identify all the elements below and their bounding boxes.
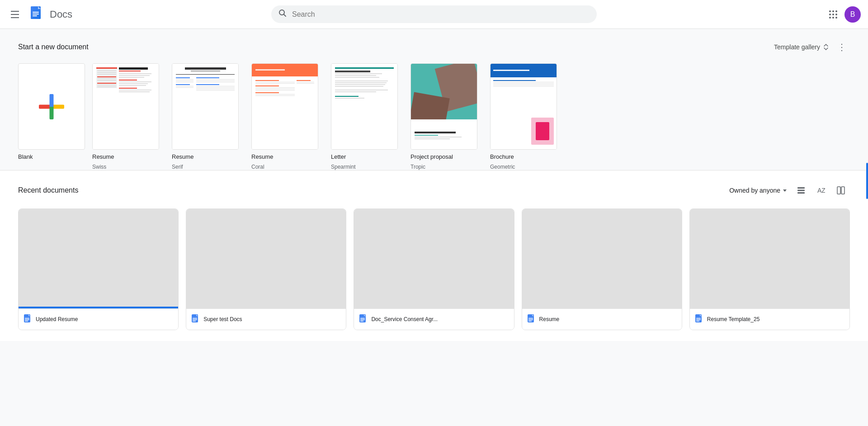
doc-item-4[interactable]: Resume Template_25 — [689, 208, 850, 330]
list-view-icon — [797, 186, 805, 194]
templates-section-header: Start a new document Template gallery ⋮ — [18, 40, 850, 54]
svg-rect-10 — [797, 192, 805, 194]
header-left: Docs — [7, 5, 107, 24]
doc-item-2[interactable]: Doc_Service Consent Agr... — [354, 208, 514, 330]
doc-name-4: Resume Template_25 — [707, 316, 844, 322]
template-swiss-sub: Swiss — [92, 164, 165, 170]
template-resume-coral[interactable]: Resume Coral — [251, 63, 324, 170]
view-controls: AZ — [792, 181, 850, 199]
doc-name-1: Super test Docs — [203, 316, 340, 322]
svg-rect-12 — [837, 187, 840, 194]
template-gallery-button[interactable]: Template gallery — [774, 43, 830, 51]
template-letter-spearmint[interactable]: Letter Spearmint — [331, 63, 403, 170]
template-coral-thumb — [251, 63, 318, 150]
doc-file-icon-2 — [359, 314, 368, 324]
doc-info-1: Super test Docs — [186, 308, 346, 330]
doc-item-0[interactable]: Updated Resume — [18, 208, 179, 330]
doc-thumb-2 — [354, 209, 514, 308]
list-view-button[interactable] — [792, 181, 810, 199]
template-geometric-thumb — [490, 63, 557, 150]
template-coral-name: Resume — [251, 153, 324, 160]
avatar[interactable]: B — [844, 6, 861, 23]
documents-grid: Updated Resume Super test Docs — [18, 208, 850, 330]
scrollbar-accent — [866, 163, 868, 199]
sort-button[interactable]: AZ — [812, 181, 830, 199]
template-geometric-sub: Geometric — [490, 164, 562, 170]
hamburger-menu-button[interactable] — [7, 7, 23, 22]
docs-logo-text: Docs — [50, 9, 72, 20]
header-right: B — [761, 6, 861, 23]
doc-file-icon-0 — [24, 314, 32, 324]
doc-thumb-1 — [186, 209, 346, 308]
apps-button[interactable] — [826, 7, 841, 22]
plus-icon — [39, 94, 64, 119]
svg-rect-37 — [696, 319, 701, 320]
header-search — [107, 5, 761, 23]
recent-controls: Owned by anyone AZ — [729, 181, 850, 199]
recent-section-title: Recent documents — [18, 186, 78, 194]
doc-name-0: Updated Resume — [36, 316, 173, 322]
doc-item-3[interactable]: Resume — [522, 208, 682, 330]
template-blank-thumb — [18, 63, 85, 150]
owned-by-button[interactable]: Owned by anyone — [729, 187, 787, 194]
svg-rect-5 — [33, 15, 37, 16]
doc-thumb-3 — [522, 209, 682, 308]
svg-rect-17 — [25, 319, 29, 320]
expand-collapse-icon — [822, 43, 830, 51]
template-project-tropic[interactable]: Project proposal Tropic — [410, 63, 483, 170]
svg-rect-21 — [193, 318, 197, 319]
svg-rect-9 — [797, 190, 805, 191]
templates-section-wrapper: Start a new document Template gallery ⋮ — [0, 29, 868, 170]
grid-view-button[interactable] — [832, 181, 850, 199]
templates-header-right: Template gallery ⋮ — [774, 40, 850, 54]
template-serif-sub: Serif — [172, 164, 244, 170]
doc-name-2: Doc_Service Consent Agr... — [371, 316, 508, 322]
template-serif-thumb — [172, 63, 239, 150]
svg-rect-26 — [360, 318, 365, 319]
recent-section: Recent documents Owned by anyone AZ — [0, 170, 868, 341]
doc-info-2: Doc_Service Consent Agr... — [354, 308, 514, 330]
owned-by-chevron-icon — [783, 189, 787, 192]
svg-rect-22 — [193, 319, 197, 320]
template-serif-name: Resume — [172, 153, 244, 160]
search-input[interactable] — [292, 10, 590, 19]
doc-info-0: Updated Resume — [19, 308, 178, 330]
template-spearmint-thumb — [331, 63, 398, 150]
more-options-button[interactable]: ⋮ — [834, 40, 850, 54]
apps-grid-icon — [829, 10, 837, 19]
template-resume-serif[interactable]: Resume Serif — [172, 63, 244, 170]
svg-text:AZ: AZ — [817, 187, 825, 194]
template-spearmint-sub: Spearmint — [331, 164, 403, 170]
doc-thumb-highlight-0 — [19, 307, 178, 308]
doc-thumb-4 — [690, 209, 849, 308]
svg-rect-28 — [360, 321, 363, 322]
svg-rect-23 — [193, 321, 196, 322]
template-gallery-label: Template gallery — [774, 43, 820, 51]
docs-logo[interactable]: Docs — [28, 5, 72, 24]
templates-content: Start a new document Template gallery ⋮ — [18, 40, 850, 170]
template-swiss-thumb — [92, 63, 159, 150]
template-brochure-geometric[interactable]: Brochure Geometric — [490, 63, 562, 170]
search-icon — [278, 9, 287, 19]
svg-rect-16 — [25, 318, 29, 319]
grid-view-icon — [837, 186, 845, 194]
template-blank[interactable]: Blank — [18, 63, 85, 170]
doc-info-4: Resume Template_25 — [690, 308, 849, 330]
template-spearmint-name: Letter — [331, 153, 403, 160]
doc-file-icon-4 — [695, 314, 703, 324]
templates-grid: Blank — [18, 63, 850, 170]
svg-rect-27 — [360, 319, 365, 320]
svg-rect-38 — [696, 321, 699, 322]
svg-rect-8 — [797, 187, 805, 189]
template-resume-swiss[interactable]: Resume Swiss — [92, 63, 165, 170]
doc-item-1[interactable]: Super test Docs — [186, 208, 346, 330]
template-tropic-sub: Tropic — [410, 164, 483, 170]
doc-info-3: Resume — [522, 308, 682, 330]
svg-rect-13 — [841, 187, 844, 194]
template-coral-sub: Coral — [251, 164, 324, 170]
app-header: Docs B — [0, 0, 868, 29]
template-blank-name: Blank — [18, 153, 85, 160]
doc-file-icon-3 — [528, 314, 536, 324]
svg-rect-4 — [33, 14, 39, 14]
sort-icon: AZ — [817, 186, 825, 194]
